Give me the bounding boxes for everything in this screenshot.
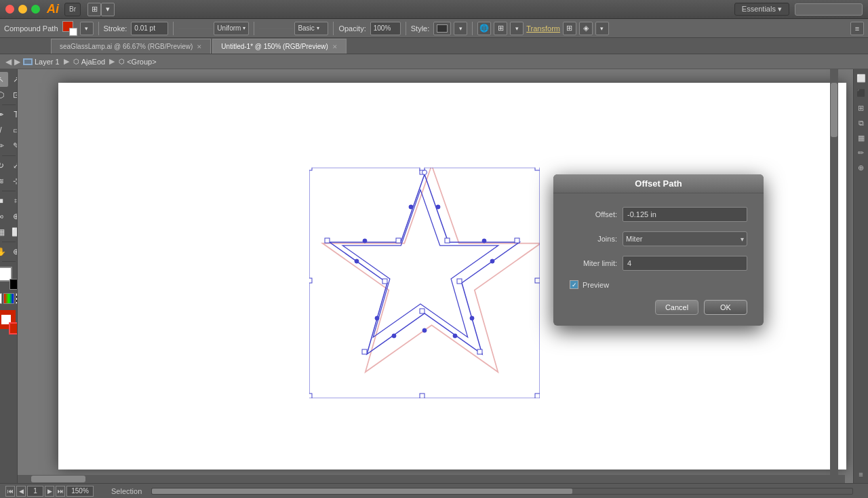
magic-wand-tool[interactable]: ⊡ <box>9 88 18 102</box>
breadcrumb-sep1: ▶ <box>64 57 69 66</box>
zoom-tool[interactable]: ⊕ <box>9 244 18 259</box>
right-appearance-icon[interactable]: ⊞ <box>855 102 867 114</box>
right-gradient-icon[interactable]: ⬛ <box>855 87 867 99</box>
globe-icon[interactable]: 🌐 <box>477 22 491 35</box>
right-symbols-icon[interactable]: ⊕ <box>855 161 867 174</box>
close-button[interactable] <box>5 5 14 14</box>
basic-dropdown[interactable]: Basic▾ <box>294 22 328 35</box>
view-arrow-button[interactable]: ▾ <box>101 3 115 16</box>
preview-checkbox[interactable] <box>570 280 578 289</box>
eyedropper-tool[interactable]: ⌗ <box>9 193 18 208</box>
image-trace-icon[interactable]: ⊞ <box>494 22 507 35</box>
bridge-button[interactable]: Br <box>64 3 81 16</box>
status-bar-fill <box>152 489 572 494</box>
tool-divider3 <box>2 191 16 191</box>
cancel-button[interactable]: Cancel <box>655 300 698 315</box>
style-arrow[interactable]: ▾ <box>454 22 467 35</box>
breadcrumb-group1[interactable]: ⬡ AjaEod <box>73 58 105 66</box>
zoom-level-input[interactable]: 150% <box>66 486 94 497</box>
uniform-dropdown[interactable]: Uniform▾ <box>214 22 249 35</box>
paintbrush-tool[interactable]: ✏ <box>0 138 8 153</box>
warp-tool[interactable]: ≋ <box>0 174 8 189</box>
type-tool[interactable]: T <box>9 107 18 122</box>
tool-divider2 <box>2 155 16 156</box>
style-box[interactable] <box>433 22 451 35</box>
compound-path-label: Compound Path <box>4 24 58 33</box>
blend-tool[interactable]: ∞ <box>0 209 8 224</box>
image-trace-arrow[interactable]: ▾ <box>510 22 524 35</box>
view-options-button[interactable]: ⊞ <box>87 3 101 16</box>
artboard-tool[interactable]: ⬜ <box>9 225 18 240</box>
right-stroke-icon[interactable]: ≡ <box>855 468 867 480</box>
transform-button[interactable]: Transform <box>526 24 560 33</box>
pencil-tool[interactable]: ✎ <box>9 138 18 153</box>
zoom-nav-next[interactable]: ▶ <box>45 486 54 497</box>
tabbar: seaGlassLamp.ai @ 66.67% (RGB/Preview) ✕… <box>0 38 868 54</box>
breadcrumb-layer[interactable]: Layer 1 <box>23 58 60 66</box>
zoom-nav-first[interactable]: ⏮ <box>5 486 15 497</box>
arrange-icon[interactable]: ≡ <box>850 22 864 35</box>
divider <box>98 22 99 35</box>
align-icon[interactable]: ⊞ <box>563 22 576 35</box>
right-color-icon[interactable]: ⬜ <box>855 72 867 84</box>
breadcrumb-sep2: ▶ <box>109 57 115 66</box>
free-transform-tool[interactable]: ⊹ <box>9 174 18 189</box>
stroke-line-group: Uniform▾ <box>178 22 249 35</box>
right-swatches-icon[interactable]: ▦ <box>855 132 867 144</box>
rotate-tool[interactable]: ↻ <box>0 158 8 173</box>
minimize-button[interactable] <box>18 5 27 14</box>
gradient-tool[interactable]: ■ <box>0 193 8 208</box>
pathfinder-icon[interactable]: ◈ <box>579 22 593 35</box>
fill-swatch[interactable] <box>62 21 77 36</box>
right-layers-icon[interactable]: ⧉ <box>855 117 867 129</box>
tab-untitled-close[interactable]: ✕ <box>332 43 338 50</box>
stroke-label: Stroke: <box>104 24 127 33</box>
scale-tool[interactable]: ⤢ <box>9 158 18 173</box>
maximize-button[interactable] <box>31 5 40 14</box>
offset-input[interactable] <box>623 207 747 222</box>
color-mode-color[interactable] <box>0 293 2 304</box>
line-tool[interactable]: / <box>0 123 8 138</box>
search-input[interactable] <box>795 3 863 16</box>
opacity-input[interactable]: 100% <box>370 22 401 35</box>
right-brushes-icon[interactable]: ✏ <box>855 147 867 159</box>
pathfinder-arrow[interactable]: ▾ <box>595 22 609 35</box>
warp-tools: ≋ ⊹ <box>0 174 18 189</box>
stroke-color-swatch[interactable] <box>9 279 18 290</box>
breadcrumb-forward[interactable]: ▶ <box>14 57 20 66</box>
lasso-tool[interactable]: ⬡ <box>0 88 8 102</box>
zoom-nav-last[interactable]: ⏭ <box>56 486 65 497</box>
vertical-scroll-thumb[interactable] <box>831 83 837 137</box>
blend-tools: ∞ ⊕ <box>0 209 18 224</box>
fill-options-button[interactable]: ▾ <box>80 22 94 35</box>
horizontal-scrollbar[interactable] <box>18 475 845 483</box>
miter-limit-input[interactable] <box>623 256 747 271</box>
column-chart-tool[interactable]: ▦ <box>0 225 8 240</box>
tab-untitled[interactable]: Untitled-1* @ 150% (RGB/Preview) ✕ <box>212 39 346 54</box>
joins-value: Miter <box>626 235 642 243</box>
joins-label: Joins: <box>570 235 617 243</box>
zoom-nav-prev[interactable]: ◀ <box>16 486 26 497</box>
rect-tool[interactable]: ▭ <box>9 123 18 138</box>
symbol-tool[interactable]: ⊕ <box>9 209 18 224</box>
essentials-button[interactable]: Essentials ▾ <box>734 3 789 16</box>
joins-select[interactable]: Miter ▾ <box>623 231 747 246</box>
vertical-scrollbar[interactable] <box>830 69 838 475</box>
stroke-width-input[interactable]: 0.01 pt <box>131 22 168 35</box>
tab-seaglass[interactable]: seaGlassLamp.ai @ 66.67% (RGB/Preview) ✕ <box>51 39 211 54</box>
pen-tool[interactable]: ✒ <box>0 107 8 122</box>
direct-selection-tool[interactable]: ↗ <box>9 72 18 87</box>
hand-tool[interactable]: ✋ <box>0 244 8 259</box>
pen-tools: ✒ T <box>0 107 18 122</box>
artboard-number-input[interactable]: 1 <box>27 486 43 497</box>
tab-seaglass-close[interactable]: ✕ <box>197 43 202 50</box>
breadcrumb-group2[interactable]: ⬡ <Group> <box>119 58 156 66</box>
canvas-area[interactable]: Offset Path Offset: Joins: Miter ▾ Miter… <box>18 69 853 483</box>
ok-button[interactable]: OK <box>704 300 747 315</box>
transform-tools: ↻ ⤢ <box>0 158 18 173</box>
selection-tool[interactable]: ↖ <box>0 72 8 87</box>
horizontal-scroll-thumb[interactable] <box>31 476 85 482</box>
color-mode-gradient[interactable] <box>3 293 14 304</box>
breadcrumb-layer-label: Layer 1 <box>35 58 60 66</box>
breadcrumb-back[interactable]: ◀ <box>5 57 12 66</box>
